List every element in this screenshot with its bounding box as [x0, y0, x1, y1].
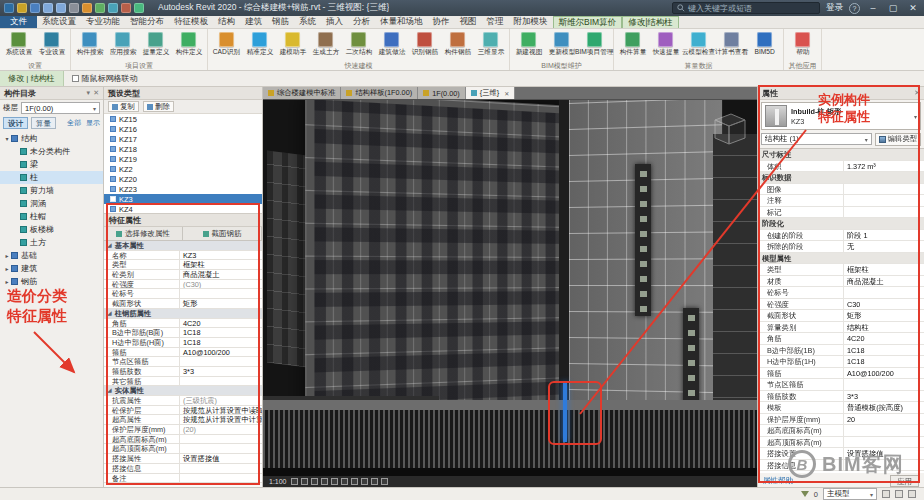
- detail-level-icon[interactable]: [291, 478, 298, 485]
- maximize-button[interactable]: ▢: [886, 3, 900, 13]
- view-tab[interactable]: 1F(0.00): [418, 87, 466, 99]
- section-icon[interactable]: [121, 3, 131, 13]
- constraints-icon[interactable]: [381, 478, 388, 485]
- property-row[interactable]: 箍筋肢数3*3: [758, 391, 924, 403]
- minimize-button[interactable]: –: [866, 3, 880, 13]
- ribbon-button[interactable]: 构件搜索: [73, 30, 106, 61]
- ribbon-tab-13[interactable]: 视图: [455, 16, 482, 28]
- property-row[interactable]: 砼强度C30: [758, 299, 924, 311]
- ribbon-tab-4[interactable]: 特征模板: [169, 16, 213, 28]
- property-row[interactable]: 算量类别结构柱: [758, 322, 924, 334]
- selected-column-highlight[interactable]: [563, 382, 567, 442]
- feature-row[interactable]: 保护层厚度(mm)(20): [104, 425, 262, 435]
- press-drag-icon[interactable]: [908, 490, 916, 498]
- property-row[interactable]: 创建的阶段阶段 1: [758, 230, 924, 242]
- ribbon-button[interactable]: 计算书查看: [715, 30, 748, 61]
- file-menu-button[interactable]: 文件: [0, 16, 37, 28]
- app-menu-icon[interactable]: [4, 3, 14, 13]
- analytical-model-icon[interactable]: [371, 478, 378, 485]
- tag-icon[interactable]: [95, 3, 105, 13]
- tree-item[interactable]: 柱: [0, 171, 103, 184]
- ribbon-tab-6[interactable]: 建筑: [240, 16, 267, 28]
- ribbon-button[interactable]: 精准定义: [243, 30, 276, 61]
- ribbon-tab-15[interactable]: 附加模块: [509, 16, 553, 28]
- property-group-row[interactable]: 标识数据: [758, 172, 924, 184]
- type-list-item[interactable]: KZ20: [104, 174, 262, 184]
- feature-row[interactable]: 角筋4C20: [104, 319, 262, 329]
- property-group-row[interactable]: 模型属性: [758, 253, 924, 265]
- shadows-icon[interactable]: [321, 478, 328, 485]
- ribbon-tab-14[interactable]: 管理: [482, 16, 509, 28]
- close-panel-icon[interactable]: ✕: [914, 89, 920, 97]
- type-list-item[interactable]: KZ17: [104, 134, 262, 144]
- type-toolbar-button[interactable]: 复制: [108, 101, 139, 112]
- feature-group-row[interactable]: ◢实体属性: [104, 386, 262, 396]
- ribbon-button[interactable]: 识别钢筋: [408, 30, 441, 61]
- redo-icon[interactable]: [56, 3, 66, 13]
- feature-row[interactable]: 备注: [104, 474, 262, 484]
- property-row[interactable]: 体积1.372 m³: [758, 161, 924, 173]
- feature-row[interactable]: 类型框架柱: [104, 260, 262, 270]
- property-row[interactable]: 图像: [758, 184, 924, 196]
- ribbon-tab-5[interactable]: 结构: [213, 16, 240, 28]
- feature-row[interactable]: 截面形状矩形: [104, 299, 262, 309]
- search-input[interactable]: 键入关键字或短语: [672, 2, 820, 14]
- property-row[interactable]: 保护层厚度(mm)20: [758, 414, 924, 426]
- design-option-select[interactable]: 主模型▾: [823, 488, 877, 500]
- feature-row[interactable]: 砼强度(C30): [104, 280, 262, 290]
- design-toggle[interactable]: 设计: [3, 117, 28, 129]
- property-group-row[interactable]: 阶段化: [758, 218, 924, 230]
- feature-row[interactable]: 搭接信息: [104, 464, 262, 474]
- show-link[interactable]: 显示: [86, 118, 100, 128]
- ribbon-tab-16[interactable]: 斯维尔BIM算价: [553, 16, 623, 28]
- tree-item[interactable]: ▸钢筋: [0, 275, 103, 288]
- feature-row[interactable]: 砼保护层按规范从计算设置中读取: [104, 406, 262, 416]
- feature-row[interactable]: 搭接属性设置搭接值: [104, 454, 262, 464]
- view-tab[interactable]: {三维}✕: [466, 87, 516, 99]
- ribbon-button[interactable]: 提量定义: [139, 30, 172, 61]
- ribbon-button[interactable]: 生成土方: [309, 30, 342, 61]
- feature-row[interactable]: 超高顶面标高(m): [104, 444, 262, 454]
- feature-row[interactable]: 箍筋肢数3*3: [104, 367, 262, 377]
- property-row[interactable]: 角筋4C20: [758, 333, 924, 345]
- property-row[interactable]: 砼标号: [758, 287, 924, 299]
- tree-item[interactable]: ▾结构: [0, 132, 103, 145]
- sync-icon[interactable]: [134, 3, 144, 13]
- ribbon-tab-9[interactable]: 插入: [321, 16, 348, 28]
- ribbon-button[interactable]: 系统设置: [2, 30, 35, 61]
- type-list-item[interactable]: KZ15: [104, 114, 262, 124]
- property-row[interactable]: 注释: [758, 195, 924, 207]
- 3d-canvas[interactable]: [263, 100, 757, 476]
- filter-icon[interactable]: [801, 491, 809, 497]
- tree-item[interactable]: ▸基础: [0, 249, 103, 262]
- 3d-view-icon[interactable]: [108, 3, 118, 13]
- feature-group-row[interactable]: ◢柱钢筋属性: [104, 309, 262, 319]
- exclude-options-icon[interactable]: [895, 490, 903, 498]
- ribbon-button[interactable]: CAD识别: [210, 30, 243, 61]
- reveal-hidden-icon[interactable]: [361, 478, 368, 485]
- property-row[interactable]: B边中部筋(1B)1C18: [758, 345, 924, 357]
- type-list-item[interactable]: KZ16: [104, 124, 262, 134]
- close-panel-icon[interactable]: ✕: [93, 89, 99, 97]
- visual-style-icon[interactable]: [301, 478, 308, 485]
- grid-link-checkbox[interactable]: 随鼠标网格联动: [72, 73, 138, 84]
- tree-item[interactable]: 板楼梯: [0, 223, 103, 236]
- ribbon-tab-3[interactable]: 智能分布: [125, 16, 169, 28]
- feature-row[interactable]: 节点区箍筋: [104, 357, 262, 367]
- view-tab[interactable]: 结构样板(1F0.00): [341, 87, 418, 99]
- property-row[interactable]: 模板普通模板(按高度): [758, 402, 924, 414]
- undo-icon[interactable]: [43, 3, 53, 13]
- feature-row[interactable]: 砼标号: [104, 289, 262, 299]
- ribbon-button[interactable]: 专业设置: [35, 30, 68, 61]
- ribbon-button[interactable]: 快速提量: [649, 30, 682, 61]
- ribbon-button[interactable]: 建模助手: [276, 30, 309, 61]
- tree-item[interactable]: 洞涵: [0, 197, 103, 210]
- ribbon-button[interactable]: 三维显示: [474, 30, 507, 61]
- type-list-item[interactable]: KZ23: [104, 184, 262, 194]
- tree-item[interactable]: 剪力墙: [0, 184, 103, 197]
- close-button[interactable]: ✕: [906, 3, 920, 13]
- property-group-row[interactable]: 尺寸标注: [758, 149, 924, 161]
- view-tab[interactable]: 综合楼建模中标准: [263, 87, 341, 99]
- measure-icon[interactable]: [82, 3, 92, 13]
- tree-item[interactable]: 梁: [0, 158, 103, 171]
